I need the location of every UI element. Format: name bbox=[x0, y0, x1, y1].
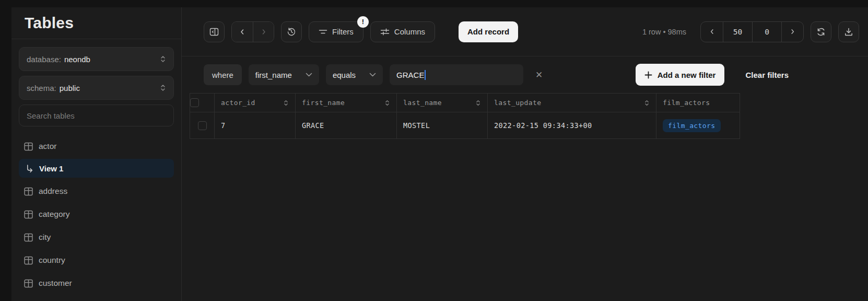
page-next-button[interactable] bbox=[781, 22, 803, 42]
sliders-icon bbox=[380, 28, 390, 36]
page-size-input[interactable]: 50 bbox=[723, 22, 752, 42]
cell-first-name[interactable]: GRACE bbox=[295, 112, 396, 138]
page-offset-input[interactable]: 0 bbox=[752, 22, 781, 42]
view-label: View 1 bbox=[39, 164, 63, 173]
cell-actor-id[interactable]: 7 bbox=[214, 112, 295, 138]
elbow-arrow-icon bbox=[25, 164, 34, 173]
forward-button[interactable] bbox=[253, 22, 274, 42]
sidebar-item-label: city bbox=[39, 233, 51, 242]
filters-alert-badge: ! bbox=[357, 16, 369, 28]
sidebar: Tables database: neondb schema: public bbox=[11, 7, 182, 301]
filters-button[interactable]: Filters bbox=[309, 21, 363, 42]
panel-left-icon bbox=[209, 27, 219, 37]
column-header-last-name[interactable]: last_name bbox=[396, 94, 487, 112]
chevron-down-icon bbox=[306, 73, 312, 77]
schema-select-label: schema: bbox=[27, 84, 56, 92]
filter-operator-value: equals bbox=[333, 71, 356, 79]
toggle-sidebar-button[interactable] bbox=[204, 21, 225, 42]
toolbar: Filters ! Columns Add record 1 row • 98m… bbox=[182, 7, 868, 56]
history-nav-group bbox=[231, 21, 274, 42]
sidebar-item-customer[interactable]: customer bbox=[19, 272, 174, 295]
table-icon bbox=[24, 210, 33, 219]
column-header-label: film_actors bbox=[663, 99, 710, 107]
data-table: actor_id first_name last_name last_ bbox=[190, 93, 740, 139]
history-icon bbox=[287, 27, 296, 37]
database-select-label: database: bbox=[27, 55, 61, 64]
sidebar-item-city[interactable]: city bbox=[19, 226, 174, 249]
cell-last-name[interactable]: MOSTEL bbox=[396, 112, 487, 138]
filter-column-select[interactable]: first_name bbox=[249, 64, 319, 85]
filter-bar: where first_name equals GRACE bbox=[182, 56, 868, 93]
schema-select[interactable]: schema: public bbox=[19, 76, 174, 100]
column-header-label: actor_id bbox=[221, 99, 255, 107]
search-tables-input[interactable] bbox=[19, 105, 174, 126]
filters-button-wrap: Filters ! bbox=[309, 21, 363, 42]
download-icon bbox=[844, 27, 853, 37]
download-button[interactable] bbox=[838, 21, 859, 42]
column-header-last-update[interactable]: last_update bbox=[487, 94, 656, 112]
history-button[interactable] bbox=[281, 21, 302, 42]
add-record-button[interactable]: Add record bbox=[459, 21, 518, 42]
sort-icon[interactable] bbox=[384, 99, 390, 107]
sidebar-item-label: address bbox=[39, 187, 67, 196]
sort-icon[interactable] bbox=[644, 99, 650, 107]
row-select-cell bbox=[190, 112, 214, 138]
add-filter-button[interactable]: Add a new filter bbox=[636, 64, 725, 86]
table-row: 7 GRACE MOSTEL 2022-02-15 09:34:33+00 fi… bbox=[190, 112, 740, 138]
column-header-label: first_name bbox=[302, 99, 345, 107]
result-meta: 1 row • 98ms bbox=[642, 28, 686, 36]
back-button[interactable] bbox=[232, 22, 253, 42]
sort-icon[interactable] bbox=[283, 99, 289, 107]
column-header-actor-id[interactable]: actor_id bbox=[214, 94, 295, 112]
cell-film-actors: film_actors bbox=[656, 112, 740, 138]
column-header-film-actors[interactable]: film_actors bbox=[656, 94, 740, 112]
sidebar-item-country[interactable]: country bbox=[19, 249, 174, 272]
filter-column-value: first_name bbox=[255, 71, 292, 79]
plus-icon bbox=[644, 71, 652, 79]
database-select[interactable]: database: neondb bbox=[19, 47, 174, 71]
filter-icon bbox=[319, 28, 327, 36]
clear-filters-button[interactable]: Clear filters bbox=[745, 71, 789, 79]
refresh-icon bbox=[816, 27, 826, 37]
chevron-updown-icon bbox=[160, 55, 166, 63]
table-icon bbox=[24, 187, 33, 196]
sidebar-item-category[interactable]: category bbox=[19, 203, 174, 226]
sidebar-item-view-1[interactable]: View 1 bbox=[19, 159, 174, 178]
column-header-label: last_update bbox=[494, 99, 542, 107]
table-list: actor View 1 address bbox=[11, 129, 181, 301]
where-chip: where bbox=[204, 64, 242, 85]
table-icon bbox=[24, 279, 33, 288]
page-prev-button[interactable] bbox=[701, 22, 723, 42]
refresh-button[interactable] bbox=[811, 21, 831, 42]
app-window: Tables database: neondb schema: public bbox=[11, 7, 868, 301]
add-record-label: Add record bbox=[467, 27, 509, 36]
app-frame: Tables database: neondb schema: public bbox=[0, 0, 868, 301]
column-header-first-name[interactable]: first_name bbox=[295, 94, 396, 112]
pagination-group: 50 0 bbox=[700, 21, 804, 42]
text-caret bbox=[425, 70, 426, 80]
sidebar-item-address[interactable]: address bbox=[19, 180, 174, 203]
sidebar-item-label: country bbox=[39, 256, 65, 265]
sidebar-item-label: customer bbox=[39, 279, 72, 288]
row-checkbox[interactable] bbox=[198, 121, 207, 130]
chevron-updown-icon bbox=[160, 84, 166, 92]
table-wrap: actor_id first_name last_name last_ bbox=[182, 93, 868, 139]
cell-last-update[interactable]: 2022-02-15 09:34:33+00 bbox=[487, 112, 656, 138]
filter-value-text: GRACE bbox=[396, 71, 424, 79]
film-actors-link[interactable]: film_actors bbox=[663, 119, 721, 132]
remove-filter-button[interactable]: ✕ bbox=[535, 71, 543, 79]
select-all-cell bbox=[190, 94, 214, 112]
select-all-checkbox[interactable] bbox=[190, 98, 199, 107]
filter-value-input[interactable]: GRACE bbox=[390, 64, 523, 85]
schema-select-value: public bbox=[60, 84, 80, 92]
sort-icon[interactable] bbox=[475, 99, 481, 107]
sidebar-item-actor[interactable]: actor bbox=[19, 135, 174, 158]
column-header-label: last_name bbox=[403, 99, 442, 107]
columns-button[interactable]: Columns bbox=[370, 21, 435, 42]
filters-button-label: Filters bbox=[332, 27, 354, 36]
table-icon bbox=[24, 142, 33, 151]
filter-operator-select[interactable]: equals bbox=[326, 64, 383, 85]
table-header-row: actor_id first_name last_name last_ bbox=[190, 94, 740, 112]
table-icon bbox=[24, 256, 33, 265]
table-icon bbox=[24, 233, 33, 242]
